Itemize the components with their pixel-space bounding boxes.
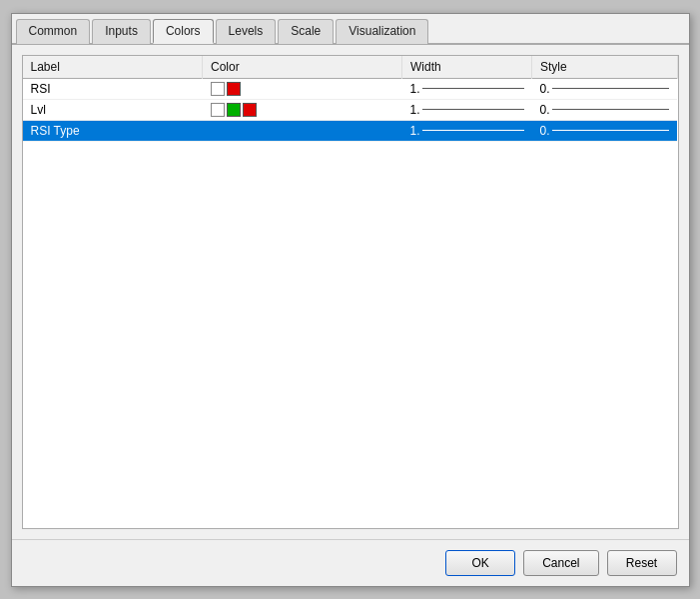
row-label-rsi: RSI xyxy=(23,78,203,99)
style-field-lvl: 0. xyxy=(540,103,670,117)
colors-table: Label Color Width Style RSI xyxy=(23,56,678,142)
style-line-rsi xyxy=(552,88,669,89)
reset-button[interactable]: Reset xyxy=(607,550,677,576)
row-width-rsi-type[interactable]: 1. xyxy=(402,120,532,141)
dialog-footer: OK Cancel Reset xyxy=(12,539,689,586)
row-style-rsi-type[interactable]: 0. xyxy=(532,120,678,141)
tab-inputs[interactable]: Inputs xyxy=(92,19,151,44)
color-checkbox-lvl[interactable] xyxy=(211,103,225,117)
tab-scale[interactable]: Scale xyxy=(278,19,334,44)
row-width-rsi[interactable]: 1. xyxy=(402,78,532,99)
table-header-row: Label Color Width Style xyxy=(23,56,678,79)
row-color-rsi[interactable] xyxy=(203,78,402,99)
row-color-rsi-type[interactable] xyxy=(203,120,402,141)
color-swatches-lvl xyxy=(211,103,394,117)
width-prefix-lvl: 1. xyxy=(410,103,420,117)
row-label-lvl: Lvl xyxy=(23,99,203,120)
table-row[interactable]: Lvl 1. xyxy=(23,99,678,120)
dialog: Common Inputs Colors Levels Scale Visual… xyxy=(11,13,690,587)
tab-visualization[interactable]: Visualization xyxy=(336,19,428,44)
table-container: Label Color Width Style RSI xyxy=(22,55,679,529)
content-area: Label Color Width Style RSI xyxy=(12,45,689,539)
col-header-width: Width xyxy=(402,56,532,79)
color-swatch-lvl-red[interactable] xyxy=(243,103,257,117)
tab-levels[interactable]: Levels xyxy=(216,19,277,44)
style-prefix-lvl: 0. xyxy=(540,103,550,117)
width-prefix-rsi-type: 1. xyxy=(410,124,420,138)
color-checkbox-rsi[interactable] xyxy=(211,82,225,96)
tab-common[interactable]: Common xyxy=(16,19,91,44)
row-label-rsi-type: RSI Type xyxy=(23,120,203,141)
cancel-button[interactable]: Cancel xyxy=(523,550,598,576)
width-prefix-rsi: 1. xyxy=(410,82,420,96)
row-style-rsi[interactable]: 0. xyxy=(532,78,678,99)
table-row[interactable]: RSI Type 1. 0. xyxy=(23,120,678,141)
style-field-rsi: 0. xyxy=(540,82,670,96)
style-line-rsi-type xyxy=(552,130,669,131)
row-style-lvl[interactable]: 0. xyxy=(532,99,678,120)
width-line-rsi-type xyxy=(422,130,524,131)
color-swatch-rsi-red[interactable] xyxy=(227,82,241,96)
width-line-lvl xyxy=(422,109,524,110)
width-field-rsi: 1. xyxy=(410,82,524,96)
width-line-rsi xyxy=(422,88,524,89)
col-header-label: Label xyxy=(23,56,203,79)
style-prefix-rsi: 0. xyxy=(540,82,550,96)
color-swatches-rsi xyxy=(211,82,394,96)
style-field-rsi-type: 0. xyxy=(540,124,670,138)
width-field-lvl: 1. xyxy=(410,103,524,117)
row-width-lvl[interactable]: 1. xyxy=(402,99,532,120)
style-line-lvl xyxy=(552,109,669,110)
tab-bar: Common Inputs Colors Levels Scale Visual… xyxy=(12,14,689,45)
color-swatch-lvl-green[interactable] xyxy=(227,103,241,117)
width-field-rsi-type: 1. xyxy=(410,124,524,138)
col-header-color: Color xyxy=(203,56,402,79)
table-row[interactable]: RSI 1. xyxy=(23,78,678,99)
col-header-style: Style xyxy=(532,56,678,79)
row-color-lvl[interactable] xyxy=(203,99,402,120)
ok-button[interactable]: OK xyxy=(445,550,515,576)
style-prefix-rsi-type: 0. xyxy=(540,124,550,138)
tab-colors[interactable]: Colors xyxy=(153,19,214,44)
